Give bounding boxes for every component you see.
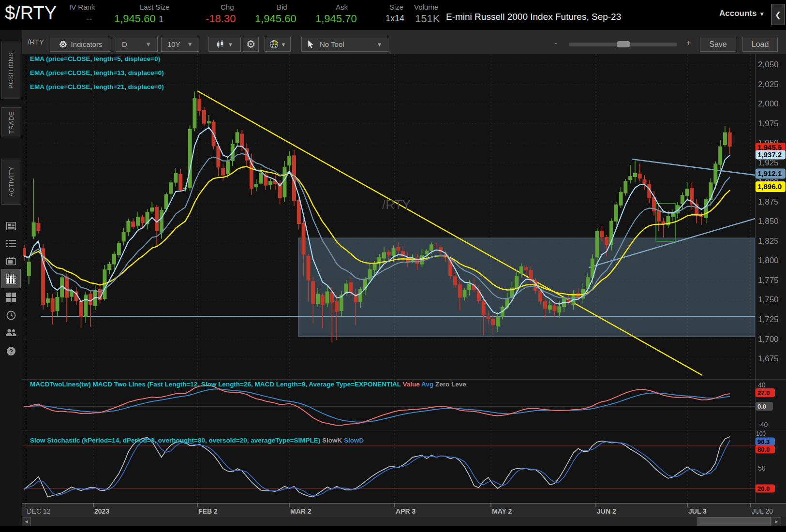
svg-text:1,912.1: 1,912.1: [757, 169, 782, 177]
svg-text:1,775: 1,775: [758, 276, 779, 285]
svg-text:20.0: 20.0: [757, 485, 770, 492]
svg-text:FEB 2: FEB 2: [198, 507, 218, 515]
svg-text:1,937.2: 1,937.2: [757, 150, 782, 159]
svg-text:2,050: 2,050: [758, 60, 779, 69]
svg-text:1,825: 1,825: [758, 236, 779, 246]
svg-text:0.0: 0.0: [757, 403, 766, 410]
svg-text:EMA (price=CLOSE, length=21, d: EMA (price=CLOSE, length=21, displace=0): [30, 83, 164, 90]
svg-text:100: 100: [756, 430, 766, 437]
svg-text:1,850: 1,850: [758, 217, 779, 226]
svg-text:40: 40: [758, 381, 766, 389]
svg-text:1,925: 1,925: [758, 158, 779, 167]
svg-text:50: 50: [758, 464, 766, 472]
svg-text:DEC 12: DEC 12: [27, 507, 51, 515]
svg-text:1,896.0: 1,896.0: [757, 182, 782, 191]
svg-text:1,975: 1,975: [758, 119, 779, 128]
svg-text:APR 3: APR 3: [396, 507, 415, 515]
svg-text:1,875: 1,875: [758, 197, 779, 207]
svg-text:90.3: 90.3: [757, 438, 770, 445]
svg-text:MAR 2: MAR 2: [290, 507, 311, 515]
svg-text:JUL 3: JUL 3: [688, 507, 707, 515]
svg-text:EMA (price=CLOSE, length=13, d: EMA (price=CLOSE, length=13, displace=0): [30, 69, 164, 76]
svg-text:MAY 2: MAY 2: [492, 507, 512, 515]
svg-text:/RTY: /RTY: [382, 197, 411, 212]
svg-text:1,725: 1,725: [758, 315, 779, 324]
svg-text:27.0: 27.0: [757, 389, 770, 397]
svg-text:JUL 20: JUL 20: [752, 507, 773, 515]
svg-text:EMA (price=CLOSE, length=5, di: EMA (price=CLOSE, length=5, displace=0): [30, 55, 160, 62]
svg-text:1,675: 1,675: [758, 354, 779, 363]
svg-text:Slow Stochastic (kPeriod=14, d: Slow Stochastic (kPeriod=14, dPeriod=3, …: [30, 437, 364, 444]
svg-text:JUN 2: JUN 2: [597, 507, 616, 515]
svg-text:MACDTwoLines(tw) MACD Two Line: MACDTwoLines(tw) MACD Two Lines (Fast Le…: [30, 381, 466, 388]
svg-text:-40: -40: [758, 421, 768, 429]
svg-text:2,000: 2,000: [758, 99, 779, 108]
svg-text:1,800: 1,800: [758, 256, 779, 265]
svg-text:2023: 2023: [94, 507, 109, 515]
svg-text:80.0: 80.0: [757, 446, 770, 453]
svg-text:2,025: 2,025: [758, 80, 779, 89]
svg-text:1,700: 1,700: [758, 335, 779, 344]
svg-text:1,750: 1,750: [758, 295, 779, 304]
